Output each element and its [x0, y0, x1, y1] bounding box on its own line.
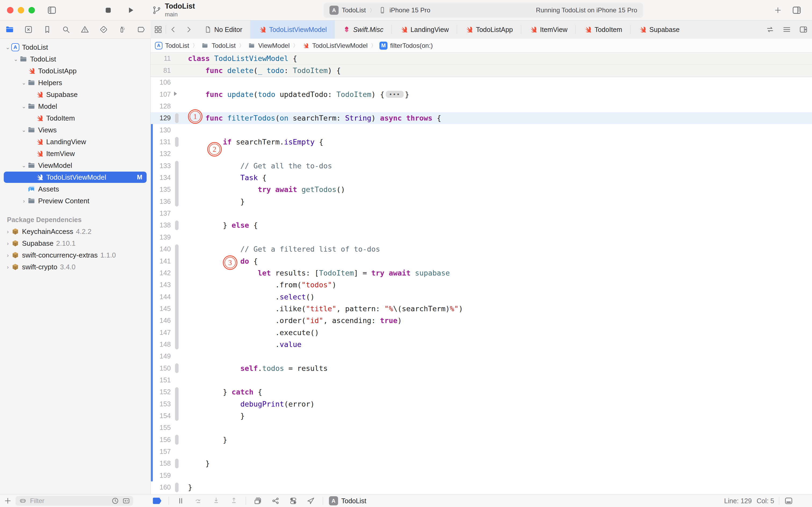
line-number[interactable]: 138	[151, 221, 173, 229]
line-number[interactable]: 145	[151, 305, 173, 313]
code-line-150[interactable]: 150 self.todos = results	[151, 362, 812, 374]
code-line-136[interactable]: 136 }	[151, 195, 812, 207]
navigator-filter-field[interactable]: Filter	[15, 496, 133, 506]
code-line-155[interactable]: 155	[151, 422, 812, 434]
navigator-tab-project-folder[interactable]	[4, 23, 15, 36]
fold-ribbon[interactable]	[173, 422, 180, 434]
navigator-tab-find[interactable]	[60, 23, 72, 36]
pause-execution-button[interactable]	[175, 495, 187, 507]
editor-tab-todolistapp[interactable]: TodoListApp	[457, 20, 521, 39]
navigator-tab-source-control[interactable]	[22, 23, 35, 36]
code-line-158[interactable]: 158 }	[151, 458, 812, 469]
line-number[interactable]: 130	[151, 126, 173, 134]
code-line-106[interactable]: 106	[151, 76, 812, 88]
scheme-branch-area[interactable]: TodoList main	[152, 2, 195, 18]
folded-code-chip[interactable]: •••	[386, 91, 404, 98]
scheme-app-name[interactable]: TodoList	[342, 6, 366, 14]
go-back-button[interactable]	[166, 20, 181, 39]
breadcrumb-item[interactable]: MfilterTodos(on:)	[380, 42, 433, 50]
chevron-down-icon[interactable]: ⌄	[20, 103, 27, 110]
code-line-140[interactable]: 140 // Get a filtered list of to-dos	[151, 243, 812, 255]
sidebar-item-todoitem[interactable]: TodoItem	[0, 112, 151, 124]
editor-tab-supabase[interactable]: Supabase	[631, 20, 688, 39]
line-number[interactable]: 132	[151, 150, 173, 158]
line-number[interactable]: 154	[151, 412, 173, 420]
line-number[interactable]: 158	[151, 459, 173, 467]
code-line-152[interactable]: 152 } catch {	[151, 386, 812, 398]
fold-ribbon[interactable]	[173, 207, 180, 219]
chevron-down-icon[interactable]: ⌄	[4, 44, 11, 51]
add-remove-filter-icon[interactable]	[122, 497, 130, 505]
recent-files-clock-icon[interactable]	[111, 497, 119, 505]
close-window-button[interactable]	[7, 7, 13, 13]
line-number[interactable]: 11	[151, 55, 173, 62]
breakpoints-toggle-button[interactable]	[152, 497, 163, 505]
package-item-swift-crypto[interactable]: › swift-crypto 3.4.0	[0, 261, 151, 273]
line-number[interactable]: 159	[151, 471, 173, 480]
code-line-143[interactable]: 143 .from("todos")	[151, 279, 812, 291]
memory-graph-button[interactable]	[270, 495, 281, 507]
step-out-button[interactable]	[228, 495, 240, 507]
sidebar-item-landingview[interactable]: LandingView	[0, 136, 151, 148]
run-button[interactable]	[125, 5, 136, 15]
line-number[interactable]: 137	[151, 210, 173, 217]
adjust-editor-options-button[interactable]	[781, 23, 793, 36]
stop-button[interactable]	[103, 5, 114, 15]
sidebar-item-model[interactable]: ⌄Model	[0, 101, 151, 112]
sidebar-item-preview-content[interactable]: ›Preview Content	[0, 195, 151, 207]
sticky-code-line-11[interactable]: 11class TodoListViewModel {	[151, 53, 812, 64]
line-number[interactable]: 147	[151, 329, 173, 336]
add-editor-button[interactable]	[798, 23, 809, 36]
code-line-149[interactable]: 149	[151, 350, 812, 362]
code-line-130[interactable]: 130	[151, 124, 812, 136]
line-number[interactable]: 150	[151, 364, 173, 372]
breadcrumb-item[interactable]: ATodoList	[155, 42, 189, 49]
fold-ribbon[interactable]	[173, 64, 180, 76]
add-filter-button[interactable]	[2, 496, 13, 506]
code-line-128[interactable]: 128	[151, 100, 812, 112]
line-number[interactable]: 144	[151, 293, 173, 301]
line-number[interactable]: 141	[151, 257, 173, 265]
code-line-137[interactable]: 137	[151, 207, 812, 219]
sidebar-item-views[interactable]: ⌄Views	[0, 124, 151, 136]
editor-tab-todolistviewmodel[interactable]: TodoListViewModel	[250, 20, 335, 39]
fold-ribbon[interactable]	[173, 53, 180, 64]
go-forward-button[interactable]	[181, 20, 196, 39]
line-number[interactable]: 149	[151, 352, 173, 360]
toggle-debug-area-button[interactable]	[784, 496, 793, 505]
code-line-148[interactable]: 148 .value	[151, 338, 812, 350]
breadcrumb-item[interactable]: TodoList	[201, 42, 235, 50]
editor-tab-landingview[interactable]: LandingView	[392, 20, 457, 39]
editor-tab-itemview[interactable]: ItemView	[521, 20, 575, 39]
navigator-tab-debug-gauge[interactable]	[117, 23, 128, 36]
fold-ribbon[interactable]	[173, 350, 180, 362]
code-review-button[interactable]	[764, 23, 776, 36]
sidebar-item-viewmodel[interactable]: ⌄ViewModel	[0, 160, 151, 171]
line-number[interactable]: 146	[151, 317, 173, 324]
view-hierarchy-button[interactable]	[252, 495, 264, 507]
fold-ribbon[interactable]	[173, 374, 180, 386]
related-items-button[interactable]	[151, 20, 166, 39]
line-number[interactable]: 135	[151, 185, 173, 193]
minimize-window-button[interactable]	[18, 7, 24, 13]
fold-ribbon[interactable]	[173, 88, 180, 100]
toggle-left-sidebar-button[interactable]	[46, 5, 57, 15]
code-line-139[interactable]: 139	[151, 231, 812, 243]
code-line-133[interactable]: 133 // Get all the to-dos	[151, 160, 812, 172]
sidebar-item-supabase[interactable]: Supabase	[0, 89, 151, 101]
line-number[interactable]: 148	[151, 340, 173, 348]
code-line-153[interactable]: 153 debugPrint(error)	[151, 398, 812, 410]
line-number[interactable]: 136	[151, 198, 173, 206]
line-number[interactable]: 151	[151, 376, 173, 384]
chevron-right-icon[interactable]: ›	[4, 264, 11, 270]
code-line-145[interactable]: 145 .ilike("title", pattern: "%\(searchT…	[151, 303, 812, 315]
code-line-132[interactable]: 132	[151, 148, 812, 160]
code-line-141[interactable]: 141 do {	[151, 255, 812, 267]
sidebar-item-todolist[interactable]: ⌄ATodoList	[0, 41, 151, 53]
simulate-location-button[interactable]	[305, 495, 317, 507]
toggle-right-inspector-button[interactable]	[791, 5, 802, 15]
fold-ribbon[interactable]	[173, 446, 180, 457]
sidebar-item-assets[interactable]: Assets	[0, 183, 151, 195]
line-number[interactable]: 153	[151, 400, 173, 408]
source-editor[interactable]: 106107 func update(todo updatedTodo: Tod…	[151, 53, 812, 494]
